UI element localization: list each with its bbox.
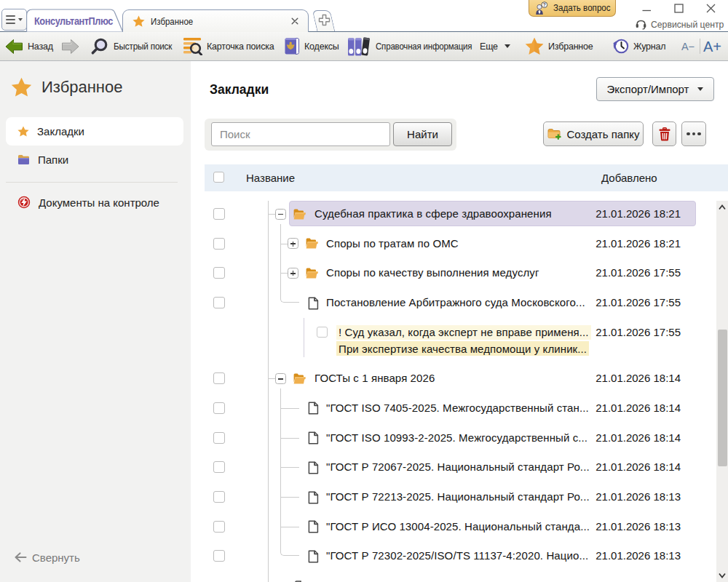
scrollbar-thumb[interactable]: [718, 330, 727, 466]
row-checkbox[interactable]: [213, 372, 225, 384]
service-center-link[interactable]: Сервисный центр: [635, 18, 728, 31]
tab-consultantplus[interactable]: КонсультантПлюс: [26, 9, 125, 32]
codes-button[interactable]: Кодексы: [284, 32, 339, 60]
tree-line: [268, 214, 275, 215]
tree-line: [280, 438, 299, 439]
row-checkbox[interactable]: [213, 521, 225, 533]
row-checkbox[interactable]: [213, 432, 225, 444]
folder-icon: [293, 208, 306, 220]
row-checkbox[interactable]: [213, 550, 225, 562]
expand-node-button[interactable]: [288, 238, 298, 249]
search-panel: Найти: [205, 119, 456, 151]
tree-corner: [280, 552, 299, 556]
sidebar: Избранное Закладки Папки Документы на ко…: [0, 61, 191, 582]
search-card-icon: [183, 37, 202, 55]
row-date: 21.01.2026 17:55: [596, 266, 681, 279]
reference-info-button[interactable]: Справочная информация: [347, 32, 480, 60]
favorites-star-icon: [11, 77, 32, 97]
row-label[interactable]: Постановление Арбитражного суда Московск…: [326, 295, 585, 309]
chevron-down-icon: [697, 87, 703, 91]
scroll-down-icon[interactable]: [719, 573, 726, 578]
export-import-button[interactable]: Экспорт/Импорт: [596, 77, 714, 101]
main-menu-button[interactable]: [1, 9, 27, 31]
sidebar-item-documents-on-control[interactable]: Документы на контроле: [6, 191, 183, 214]
row-label[interactable]: "ГОСТ Р 72302-2025/ISO/TS 11137-4:2020. …: [326, 549, 588, 562]
row-date: 21.01.2026 18:21: [596, 207, 681, 220]
font-increase-button[interactable]: А+: [703, 32, 721, 60]
tree-line: [280, 527, 299, 527]
sidebar-item-folders[interactable]: Папки: [6, 148, 183, 171]
row-label[interactable]: "ГОСТ Р 72213-2025. Национальный стандар…: [326, 490, 590, 503]
tree-line: [268, 378, 275, 379]
back-button[interactable]: Назад: [5, 32, 53, 60]
row-checkbox[interactable]: [213, 402, 225, 414]
bookmarks-tree: Судебная практика в сфере здравоохранени…: [191, 191, 728, 582]
search-icon: [90, 37, 109, 56]
close-button[interactable]: [705, 3, 716, 14]
trash-icon: [659, 127, 670, 141]
journal-button[interactable]: Журнал: [612, 32, 665, 60]
search-input[interactable]: [211, 122, 390, 146]
forward-button[interactable]: [61, 32, 79, 60]
tab-close-icon[interactable]: [290, 16, 300, 26]
plus-icon: [318, 14, 331, 26]
tab-favorites[interactable]: Избранное: [122, 9, 309, 32]
collapse-node-button[interactable]: [275, 373, 286, 384]
minimize-button[interactable]: [641, 3, 652, 14]
row-label[interactable]: "ГОСТ ISO 10993-2-2025. Межгосударственн…: [326, 431, 587, 445]
row-label[interactable]: "ГОСТ Р ИСО 13004-2025. Национальный ста…: [326, 519, 590, 533]
maximize-button[interactable]: [673, 3, 684, 14]
row-label[interactable]: ГОСТы с 1 января 2026: [314, 371, 435, 385]
row-checkbox[interactable]: [213, 297, 225, 308]
row-label[interactable]: Споры по качеству выполнения медуслуг: [326, 266, 539, 279]
create-folder-button[interactable]: Создать папку: [543, 121, 644, 146]
row-label[interactable]: "ГОСТ ISO 7405-2025. Межгосударственный …: [326, 401, 589, 415]
search-card-button[interactable]: Карточка поиска: [183, 32, 274, 60]
expand-node-button[interactable]: [288, 268, 298, 279]
font-decrease-button[interactable]: А−: [681, 32, 695, 60]
hamburger-icon: [6, 15, 15, 25]
bookmark-quote[interactable]: При экспертизе качества медпомощи у клин…: [336, 341, 589, 356]
row-checkbox[interactable]: [213, 208, 225, 220]
service-center-label: Сервисный центр: [651, 19, 724, 30]
star-icon: [17, 126, 29, 137]
sidebar-title-label: Избранное: [41, 78, 123, 97]
row-date: 21.01.2026 18:14: [596, 460, 681, 474]
select-all-checkbox[interactable]: [213, 172, 224, 183]
row-checkbox[interactable]: [213, 267, 225, 279]
ask-question-button[interactable]: ? Задать вопрос: [529, 0, 616, 17]
row-checkbox[interactable]: [213, 461, 225, 473]
tree-line: [280, 224, 281, 299]
row-date: 21.01.2026 18:14: [596, 371, 681, 385]
vertical-scrollbar[interactable]: [716, 201, 728, 582]
row-label[interactable]: "ГОСТ Р 72067-2025. Национальный стандар…: [326, 460, 590, 474]
bookmark-label[interactable]: ! Суд указал, когда эксперт не вправе пр…: [336, 325, 591, 340]
collapse-sidebar-button[interactable]: Свернуть: [15, 550, 80, 565]
row-date: 21.01.2026 17:55: [596, 325, 681, 339]
create-folder-label: Создать папку: [567, 128, 640, 140]
quick-search-button[interactable]: Быстрый поиск: [90, 32, 175, 60]
collapse-label: Свернуть: [32, 551, 80, 564]
row-checkbox[interactable]: [213, 238, 225, 250]
more-button[interactable]: Еще: [480, 32, 510, 60]
row-date: 21.01.2026 18:14: [596, 401, 681, 415]
sidebar-item-label: Закладки: [37, 125, 84, 137]
toolbar-separator: [700, 39, 700, 54]
bookmark-checkbox[interactable]: [317, 327, 328, 338]
row-date: 21.01.2026 18:13: [596, 490, 681, 503]
find-button[interactable]: Найти: [393, 122, 452, 146]
sidebar-item-bookmarks[interactable]: Закладки: [6, 117, 183, 146]
row-label[interactable]: Споры по тратам по ОМС: [326, 236, 459, 250]
delete-button[interactable]: [652, 121, 676, 146]
scroll-up-icon[interactable]: [719, 204, 726, 210]
row-date: 21.01.2026 18:13: [596, 519, 681, 533]
row-checkbox[interactable]: [213, 491, 225, 503]
chevron-down-icon: [18, 18, 23, 21]
more-label: Еще: [480, 41, 498, 52]
collapse-node-button[interactable]: [275, 209, 286, 220]
row-label[interactable]: Судебная практика в сфере здравоохранени…: [314, 207, 552, 220]
more-actions-button[interactable]: [681, 121, 706, 146]
document-icon: [308, 402, 319, 415]
favorites-button[interactable]: Избранное: [525, 32, 593, 60]
quick-search-label: Быстрый поиск: [114, 41, 172, 52]
